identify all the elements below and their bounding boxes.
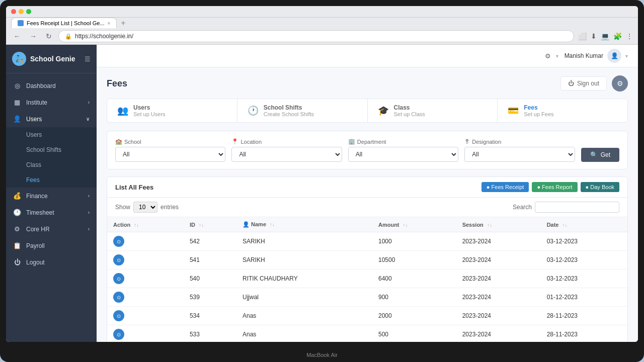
wizard-step-class-subtitle: Set up Class [394, 111, 425, 117]
sidebar-item-label: Dashboard [26, 82, 56, 89]
minimize-button[interactable] [19, 9, 24, 14]
show-entries: Show 10 25 50 entries [115, 202, 179, 213]
tab-close-icon[interactable]: × [107, 21, 110, 26]
url-text: https://schoolgenie.in/ [75, 33, 568, 40]
class-step-icon: 🎓 [378, 105, 389, 116]
sidebar-item-label: Users [26, 116, 42, 123]
sidebar-subitem-school-shifts[interactable]: School Shifts [6, 142, 97, 157]
logo-text: School Genie [30, 55, 75, 63]
wizard-step-fees[interactable]: 💳 Fees Set up Fees [498, 99, 627, 122]
chevron-right-icon: › [88, 100, 90, 105]
sidebar-item-core-hr[interactable]: ⚙ Core HR › [6, 221, 97, 237]
sidebar-item-timesheet[interactable]: 🕐 Timesheet › [6, 204, 97, 221]
menu-icon[interactable]: ⋮ [626, 32, 633, 40]
entries-select[interactable]: 10 25 50 [133, 202, 157, 213]
user-dropdown-icon[interactable]: ▾ [625, 53, 628, 59]
refresh-button[interactable]: ↻ [43, 31, 54, 41]
extensions-icon[interactable]: 🧩 [613, 32, 622, 40]
row-id: 542 [184, 232, 236, 251]
download-icon[interactable]: ⬇ [591, 32, 597, 40]
sidebar-subitem-users[interactable]: Users [6, 127, 97, 142]
new-tab-button[interactable]: + [121, 19, 125, 28]
close-button[interactable] [11, 9, 16, 14]
sidebar-item-institute[interactable]: ▦ Institute › [6, 94, 97, 111]
col-amount[interactable]: Amount ↑↓ [372, 217, 456, 232]
table-row: ⊙ 534 Anas 2000 2023-2024 28-11-2023 [107, 307, 627, 325]
sidebar-subitem-class[interactable]: Class [6, 157, 97, 172]
row-date: 03-12-2023 [541, 269, 627, 288]
search-input[interactable] [535, 202, 619, 213]
fullscreen-button[interactable] [26, 9, 31, 14]
wizard-step-class[interactable]: 🎓 Class Set up Class [368, 99, 498, 122]
department-filter-select[interactable]: All [348, 147, 458, 162]
department-filter-icon: 🏢 [348, 138, 355, 145]
chevron-right-icon: › [88, 210, 90, 215]
logout-icon: ⏻ [13, 258, 21, 266]
col-name[interactable]: 👤 Name ↑↓ [236, 217, 372, 232]
sidebar-item-logout[interactable]: ⏻ Logout [6, 254, 97, 270]
hamburger-icon[interactable]: ☰ [85, 55, 91, 63]
forward-button[interactable]: → [27, 31, 39, 41]
row-view-button[interactable]: ⊙ [113, 292, 124, 303]
sidebar-item-label: Timesheet [26, 209, 54, 216]
fees-receipt-button[interactable]: ● Fees Receipt [481, 182, 529, 192]
users-icon: 👤 [13, 115, 21, 123]
row-view-button[interactable]: ⊙ [113, 254, 124, 265]
day-book-button[interactable]: ● Day Book [581, 182, 619, 192]
chevron-down-icon: ∨ [86, 116, 90, 122]
floating-gear-button[interactable]: ⚙ [612, 75, 628, 92]
sidebar-item-users[interactable]: 👤 Users ∨ [6, 111, 97, 127]
filter-bar: 🏫 School All 📍 Location [107, 131, 628, 169]
wizard-step-school-shifts[interactable]: 🕐 School Shifts Create School Shifts [237, 99, 368, 122]
location-filter-select[interactable]: All [231, 147, 342, 162]
sort-icon: ↑↓ [403, 222, 408, 228]
sign-out-button[interactable]: ⏻ Sign out [560, 76, 607, 90]
school-filter-select[interactable]: All [115, 147, 225, 162]
sidebar-logo: 🧞 School Genie ☰ [6, 45, 97, 73]
row-view-button[interactable]: ⊙ [113, 329, 124, 340]
row-id: 533 [184, 325, 236, 342]
sidebar-item-finance[interactable]: 💰 Finance › [6, 188, 97, 204]
wizard-step-fees-title: Fees [524, 104, 553, 111]
page-content: Fees ⏻ Sign out ⚙ [97, 67, 638, 342]
search-box: Search [513, 202, 619, 213]
list-actions: ● Fees Receipt ● Fees Report ● Day Book [481, 182, 619, 192]
get-button[interactable]: 🔍 Get [581, 148, 619, 162]
sidebar-subitem-fees[interactable]: Fees [6, 172, 97, 188]
sidebar-item-payroll[interactable]: 📋 Payroll [6, 237, 97, 254]
row-date: 28-11-2023 [541, 307, 627, 325]
device-icon[interactable]: 💻 [601, 32, 609, 40]
designation-filter-select[interactable]: All [464, 147, 575, 162]
address-bar-row: ← → ↻ 🔒 https://schoolgenie.in/ ⬜ ⬇ 💻 🧩 … [6, 28, 638, 45]
row-view-button[interactable]: ⊙ [113, 310, 124, 321]
col-id[interactable]: ID ↑↓ [184, 217, 236, 232]
user-avatar[interactable]: 👤 [607, 49, 621, 63]
top-bar: ⚙ ▾ Manish Kumar 👤 ▾ [97, 45, 638, 67]
tab-title: Fees Receipt List | School Ge... [27, 20, 104, 26]
sidebar-item-dashboard[interactable]: ◎ Dashboard [6, 77, 97, 94]
location-filter-group: 📍 Location All [231, 138, 342, 162]
table-row: ⊙ 540 RITIK CHAUDHARY 6400 2023-2024 03-… [107, 269, 627, 288]
cast-icon[interactable]: ⬜ [578, 32, 587, 40]
row-view-button[interactable]: ⊙ [113, 236, 124, 247]
list-header: List All Fees ● Fees Receipt ● Fees Repo… [107, 177, 627, 198]
institute-icon: ▦ [13, 99, 21, 106]
row-amount: 10500 [372, 251, 456, 269]
col-date[interactable]: Date ↑↓ [541, 217, 627, 232]
wizard-step-fees-subtitle: Set up Fees [524, 111, 553, 117]
col-session[interactable]: Session ↑↓ [456, 217, 541, 232]
fees-report-button[interactable]: ● Fees Report [532, 182, 577, 192]
settings-gear-icon[interactable]: ⚙ [545, 52, 551, 60]
wizard-step-users[interactable]: 👥 Users Set up Users [107, 99, 237, 122]
row-view-button[interactable]: ⊙ [113, 273, 124, 284]
settings-dropdown-icon[interactable]: ▾ [556, 53, 558, 59]
address-bar[interactable]: 🔒 https://schoolgenie.in/ [58, 30, 574, 42]
main-content: ⚙ ▾ Manish Kumar 👤 ▾ Fees [97, 45, 638, 342]
back-button[interactable]: ← [11, 31, 23, 41]
col-action[interactable]: Action ↑↓ [107, 217, 184, 232]
active-tab[interactable]: Fees Receipt List | School Ge... × [11, 18, 117, 28]
payroll-icon: 📋 [13, 242, 21, 249]
department-filter-label: 🏢 Department [348, 138, 458, 145]
entries-label: entries [160, 204, 179, 211]
dashboard-icon: ◎ [13, 82, 21, 89]
